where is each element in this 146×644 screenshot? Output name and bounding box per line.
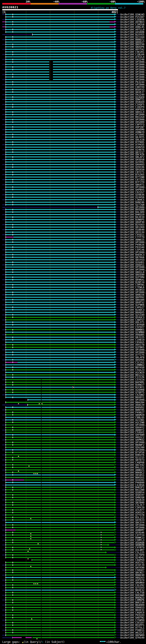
hsp-bar[interactable]: [6, 252, 115, 253]
hsp-bar[interactable]: [6, 374, 115, 375]
hsp-bar[interactable]: [6, 329, 115, 330]
hsp-bar[interactable]: [53, 76, 114, 78]
hsp-bar[interactable]: [6, 387, 115, 388]
hsp-bar[interactable]: [6, 22, 110, 22]
hsp-bar[interactable]: [6, 504, 115, 505]
hsp-bar[interactable]: [6, 359, 115, 360]
hsp-bar[interactable]: [6, 64, 49, 65]
hsp-bar[interactable]: [6, 472, 115, 473]
hsp-bar[interactable]: [6, 79, 49, 80]
hsp-bar[interactable]: [6, 184, 115, 185]
hsp-bar[interactable]: [6, 204, 115, 205]
hsp-bar[interactable]: [6, 156, 115, 158]
hsp-bar[interactable]: [13, 237, 114, 238]
hsp-bar[interactable]: [6, 257, 115, 258]
hsp-bar[interactable]: [6, 202, 115, 203]
hsp-bar[interactable]: [6, 574, 115, 576]
hsp-bar[interactable]: [6, 169, 115, 170]
hsp-bar[interactable]: [6, 284, 115, 285]
hsp-bar[interactable]: [110, 22, 114, 22]
hsp-bar[interactable]: [6, 214, 115, 215]
hsp-bar[interactable]: [6, 354, 115, 355]
hsp-bar[interactable]: [6, 242, 115, 242]
hsp-bar[interactable]: [6, 622, 115, 623]
hsp-bar[interactable]: [6, 430, 115, 430]
hsp-bar[interactable]: [6, 159, 115, 160]
hsp-bar[interactable]: [53, 79, 114, 80]
hsp-bar[interactable]: [24, 480, 115, 480]
hsp-bar[interactable]: [6, 492, 115, 493]
hsp-bar[interactable]: [6, 592, 115, 593]
hsp-bar[interactable]: [6, 29, 115, 30]
hsp-bar[interactable]: [6, 314, 115, 315]
hsp-bar[interactable]: [110, 26, 114, 28]
hsp-bar[interactable]: [6, 377, 115, 378]
hsp-bar[interactable]: [6, 106, 115, 107]
hsp-bar[interactable]: [6, 362, 18, 363]
hsp-bar[interactable]: [6, 347, 115, 348]
hsp-bar[interactable]: [12, 637, 22, 638]
hsp-bar[interactable]: [6, 522, 115, 523]
hsp-bar[interactable]: [6, 297, 115, 298]
hsp-bar[interactable]: [6, 477, 115, 478]
hsp-bar[interactable]: [6, 434, 115, 435]
hsp-bar[interactable]: [6, 249, 115, 250]
hsp-bar[interactable]: [6, 46, 115, 47]
hsp-bar[interactable]: [6, 444, 115, 445]
hsp-bar[interactable]: [6, 570, 115, 570]
hsp-bar[interactable]: [6, 269, 115, 270]
hsp-bar[interactable]: [6, 54, 115, 55]
hsp-bar[interactable]: [6, 600, 115, 600]
hsp-bar[interactable]: [6, 14, 115, 15]
hsp-bar[interactable]: [6, 572, 115, 573]
hsp-bar[interactable]: [6, 520, 115, 520]
hsp-bar[interactable]: [6, 39, 115, 40]
hsp-bar[interactable]: [6, 344, 115, 345]
hsp-bar[interactable]: [6, 176, 115, 178]
hsp-bar[interactable]: [6, 489, 115, 490]
hsp-bar[interactable]: [6, 192, 115, 192]
hsp-bar[interactable]: [6, 372, 115, 373]
hsp-bar[interactable]: [6, 482, 115, 483]
hsp-bar[interactable]: [6, 36, 115, 38]
hsp-bar[interactable]: [6, 402, 115, 403]
hsp-bar[interactable]: [6, 507, 115, 508]
hsp-bar[interactable]: [6, 552, 105, 553]
hsp-bar[interactable]: [6, 302, 115, 303]
hsp-bar[interactable]: [6, 422, 115, 423]
hsp-bar[interactable]: [32, 637, 115, 638]
hsp-bar[interactable]: [6, 370, 115, 370]
hsp-bar[interactable]: [6, 379, 115, 380]
hsp-bar[interactable]: [6, 189, 115, 190]
hsp-bar[interactable]: [6, 364, 115, 365]
hsp-bar[interactable]: [6, 239, 115, 240]
hsp-bar[interactable]: [6, 299, 115, 300]
hsp-bar[interactable]: [6, 122, 115, 122]
hsp-bar[interactable]: [6, 544, 108, 545]
hsp-bar[interactable]: [6, 432, 115, 433]
hsp-bar[interactable]: [6, 32, 115, 32]
hsp-bar[interactable]: [6, 259, 115, 260]
hsp-bar[interactable]: [6, 562, 115, 563]
hsp-bar[interactable]: [6, 512, 115, 513]
hsp-bar[interactable]: [6, 164, 115, 165]
hsp-bar[interactable]: [6, 407, 115, 408]
hsp-bar[interactable]: [6, 116, 115, 118]
hsp-bar[interactable]: [6, 224, 115, 225]
hsp-bar[interactable]: [6, 462, 115, 463]
hsp-bar[interactable]: [6, 222, 115, 222]
hsp-bar[interactable]: [6, 237, 14, 238]
hsp-bar[interactable]: [6, 635, 115, 636]
hsp-bar[interactable]: [6, 577, 115, 578]
hsp-bar[interactable]: [6, 394, 115, 395]
hsp-bar[interactable]: [6, 534, 115, 536]
hsp-bar[interactable]: [6, 307, 115, 308]
hsp-bar[interactable]: [6, 537, 115, 538]
hsp-bar[interactable]: [6, 244, 115, 245]
hsp-bar[interactable]: [6, 179, 115, 180]
hsp-bar[interactable]: [6, 500, 115, 500]
hsp-bar[interactable]: [6, 282, 115, 282]
hsp-bar[interactable]: [98, 207, 115, 208]
hsp-bar[interactable]: [6, 389, 115, 390]
hsp-bar[interactable]: [6, 474, 115, 476]
